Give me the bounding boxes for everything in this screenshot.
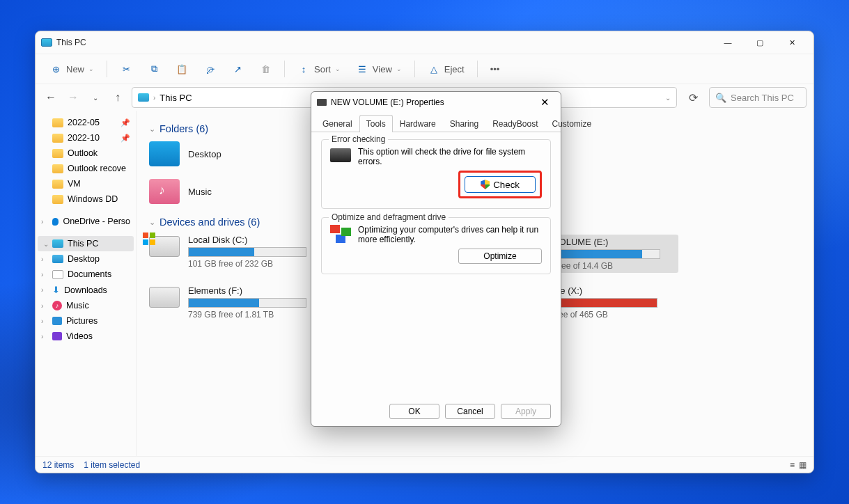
folder-icon [52, 149, 63, 158]
sidebar-item-outlook[interactable]: Outlook [36, 145, 136, 161]
shield-icon [481, 180, 490, 189]
titlebar[interactable]: This PC — ▢ ✕ [36, 31, 813, 54]
sidebar-item-windows-dd[interactable]: Windows DD [36, 191, 136, 207]
sidebar-item-music[interactable]: ›♪Music [36, 298, 136, 313]
documents-icon [52, 270, 63, 279]
status-bar: 12 items 1 item selected ≡ ▦ [36, 456, 813, 473]
details-view-button[interactable]: ≡ [790, 460, 795, 470]
sidebar-item-this-pc[interactable]: ⌄This PC [38, 236, 134, 251]
recent-button[interactable]: ⌄ [87, 89, 104, 106]
address-dropdown[interactable]: ⌄ [665, 94, 671, 102]
cancel-button[interactable]: Cancel [445, 404, 495, 419]
forward-button[interactable]: → [65, 89, 81, 106]
sidebar-item-pictures[interactable]: ›Pictures [36, 313, 136, 329]
check-button[interactable]: Check [465, 176, 536, 193]
view-button[interactable]: ☰View ⌄ [349, 58, 409, 79]
tab-hardware[interactable]: Hardware [393, 115, 443, 132]
optimize-button[interactable]: Optimize [458, 249, 542, 264]
desktop-icon [52, 255, 63, 263]
drive-free: GB free of 14.4 GB [542, 261, 676, 271]
folder-music[interactable]: Music [149, 179, 302, 204]
onedrive-icon [52, 218, 59, 226]
folder-icon [52, 164, 63, 173]
minimize-button[interactable]: — [712, 31, 744, 54]
back-button[interactable]: ← [42, 89, 59, 106]
sidebar-item-2022-10[interactable]: 2022-10📌 [36, 130, 136, 145]
videos-icon [52, 332, 62, 340]
hard-drive-icon [330, 148, 351, 162]
thumbnails-view-button[interactable]: ▦ [799, 460, 807, 470]
pin-icon: 📌 [120, 134, 130, 143]
share-button[interactable]: ↗ [224, 58, 251, 79]
maximize-button[interactable]: ▢ [744, 31, 776, 54]
dialog-close-button[interactable]: ✕ [535, 95, 555, 110]
group-legend: Optimize and defragment drive [329, 212, 449, 222]
copy-button[interactable]: ⧉ [141, 58, 167, 79]
chevron-right-icon[interactable]: › [41, 333, 43, 340]
paste-button[interactable]: 📋 [169, 58, 195, 79]
chevron-right-icon[interactable]: › [41, 255, 43, 263]
folder-icon [52, 118, 63, 127]
status-selected: 1 item selected [84, 460, 140, 470]
chevron-right-icon[interactable]: › [41, 302, 43, 310]
folder-icon [52, 180, 63, 189]
window-title: This PC [56, 38, 86, 47]
refresh-button[interactable]: ⟳ [683, 87, 703, 108]
command-bar: ⊕New ⌄ ✂ ⧉ 📋 ⌮ ↗ 🗑 ↕Sort ⌄ ☰View ⌄ △Ejec… [36, 54, 813, 84]
pictures-icon [52, 317, 62, 325]
dialog-titlebar[interactable]: NEW VOLUME (E:) Properties ✕ [311, 92, 561, 113]
music-icon: ♪ [52, 301, 62, 310]
tab-strip: General Tools Hardware Sharing ReadyBoos… [311, 114, 561, 132]
dialog-body: Error checking This option will check th… [311, 132, 561, 397]
sidebar-item-documents[interactable]: ›Documents [36, 267, 136, 282]
drive-name: W VOLUME (E:) [542, 237, 676, 247]
chevron-right-icon: › [153, 94, 155, 102]
properties-dialog: NEW VOLUME (E:) Properties ✕ General Too… [311, 91, 561, 427]
chevron-right-icon[interactable]: › [41, 317, 43, 325]
sidebar-item-videos[interactable]: ›Videos [36, 329, 136, 344]
apply-button[interactable]: Apply [501, 404, 551, 419]
tab-sharing[interactable]: Sharing [443, 115, 485, 132]
optimize-desc: Optimizing your computer's drives can he… [358, 225, 542, 244]
search-box[interactable]: 🔍 Search This PC [709, 87, 807, 108]
close-button[interactable]: ✕ [776, 31, 808, 54]
drive-capacity-bar [188, 298, 306, 308]
sidebar-item-2022-05[interactable]: 2022-05📌 [36, 115, 136, 130]
sidebar-item-outlook-recover[interactable]: Outlook recove [36, 161, 136, 176]
sidebar-item-downloads[interactable]: ›⬇Downloads [36, 282, 136, 298]
chevron-right-icon[interactable]: › [41, 218, 43, 226]
sidebar-item-desktop[interactable]: ›Desktop [36, 251, 136, 267]
address-location: This PC [159, 93, 192, 103]
tab-general[interactable]: General [316, 115, 359, 132]
sidebar-item-vm[interactable]: VM [36, 176, 136, 191]
chevron-right-icon[interactable]: › [41, 286, 43, 294]
music-folder-icon [149, 179, 180, 204]
chevron-down-icon[interactable]: ⌄ [43, 240, 49, 248]
new-button[interactable]: ⊕New ⌄ [42, 58, 101, 79]
tab-readyboost[interactable]: ReadyBoost [485, 115, 545, 132]
group-legend: Error checking [329, 134, 388, 144]
sort-button[interactable]: ↕Sort ⌄ [290, 58, 348, 79]
folder-desktop[interactable]: Desktop [149, 141, 302, 166]
cut-button[interactable]: ✂ [113, 58, 139, 79]
sidebar-item-onedrive[interactable]: ›OneDrive - Perso [36, 214, 136, 229]
more-button[interactable]: ••• [483, 60, 507, 79]
chevron-right-icon[interactable]: › [41, 271, 43, 278]
drive-icon [317, 99, 327, 106]
ok-button[interactable]: OK [389, 404, 439, 419]
status-items: 12 items [42, 460, 74, 470]
search-icon: 🔍 [715, 93, 726, 103]
eject-button[interactable]: △Eject [421, 58, 472, 79]
tab-tools[interactable]: Tools [359, 115, 393, 132]
drive-icon [149, 236, 180, 257]
optimize-group: Optimize and defragment drive Optimizing… [321, 217, 551, 274]
up-button[interactable]: ↑ [109, 89, 126, 106]
chevron-down-icon: ⌄ [149, 218, 155, 227]
addr-pc-icon [138, 93, 149, 102]
delete-button[interactable]: 🗑 [252, 58, 279, 79]
error-checking-desc: This option will check the drive for fil… [358, 147, 542, 166]
rename-button[interactable]: ⌮ [196, 58, 223, 79]
chevron-down-icon: ⌄ [149, 125, 155, 134]
tab-customize[interactable]: Customize [545, 115, 599, 132]
folder-icon [149, 141, 180, 166]
